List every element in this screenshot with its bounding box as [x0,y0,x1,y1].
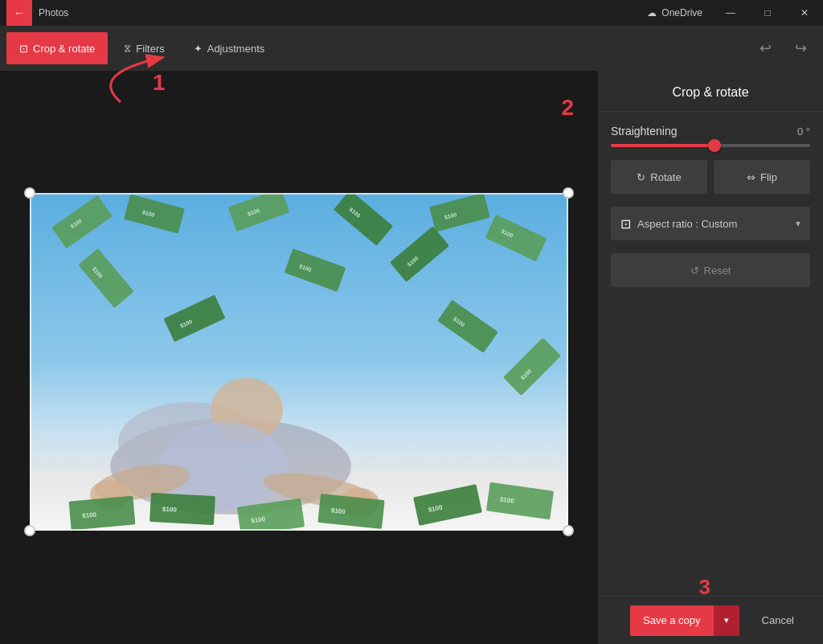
reset-button[interactable]: ↺ Reset [611,253,810,287]
svg-rect-36 [149,492,215,524]
straightening-section: Straightening 0 ° [611,125,810,147]
titlebar-right: ☁ OneDrive — □ ✕ [637,0,823,26]
crop-handle-bottom-left[interactable] [24,525,35,536]
bottom-bar: 3 Save a copy ▾ Cancel [598,596,823,644]
flip-button[interactable]: ⇔ Flip [714,160,810,194]
right-panel: Crop & rotate Straightening 0 ° ↻ Rotate [598,71,823,644]
reset-label: Reset [704,265,731,277]
maximize-button[interactable]: □ [749,0,786,26]
crop-rotate-icon: ⊡ [19,43,28,55]
filters-button[interactable]: ⧖ Filters [111,32,177,64]
section-label: Straightening 0 ° [611,125,810,137]
canvas-area: 2 [0,71,598,644]
adjustments-button[interactable]: ✦ Adjustments [181,32,278,64]
reset-icon: ↺ [690,265,699,277]
cloud-icon: ☁ [647,7,657,18]
save-copy-button[interactable]: Save a copy [630,605,714,636]
crop-container[interactable]: $100 $100 $100 $100 $100 [30,193,568,531]
crop-rotate-label: Crop & rotate [33,43,95,55]
crop-handle-top-left[interactable] [24,187,35,199]
straightening-label: Straightening [611,125,678,137]
crop-handle-bottom-right[interactable] [563,525,574,536]
flip-label: Flip [760,171,777,183]
toolbar: 1 ⊡ Crop & rotate ⧖ Filters ✦ Adjustment… [0,26,823,71]
onedrive-label: OneDrive [661,7,702,18]
aspect-ratio-row[interactable]: ⊡ Aspect ratio : Custom ▾ [611,207,810,240]
panel-title: Crop & rotate [598,71,823,112]
annotation-2: 2 [561,95,574,121]
crop-handle-top-right[interactable] [563,187,574,199]
adjustments-label: Adjustments [207,43,265,55]
minimize-button[interactable]: — [712,0,749,26]
straightening-value: 0 ° [797,125,810,137]
window-controls: — □ ✕ [712,0,823,26]
app-title: Photos [39,7,68,18]
svg-text:$100: $100 [82,511,97,519]
crop-image: $100 $100 $100 $100 $100 [30,193,568,531]
scene-svg: $100 $100 $100 $100 $100 [30,193,568,531]
rotate-flip-row: ↻ Rotate ⇔ Flip [611,160,810,194]
undo-button[interactable]: ↩ [749,32,781,64]
svg-rect-34 [69,495,136,530]
aspect-ratio-icon: ⊡ [620,216,631,232]
titlebar-left: ← Photos [6,0,68,26]
main: 2 [0,71,823,644]
svg-text:$100: $100 [331,507,346,515]
titlebar: ← Photos ☁ OneDrive — □ ✕ [0,0,823,26]
onedrive-area: ☁ OneDrive [637,7,712,18]
straightening-slider[interactable] [611,144,810,147]
rotate-label: Rotate [650,171,681,183]
rotate-button[interactable]: ↻ Rotate [611,160,707,194]
flip-icon: ⇔ [747,171,755,183]
panel-content: Straightening 0 ° ↻ Rotate ⇔ Flip [598,112,823,596]
filters-icon: ⧖ [124,42,131,55]
image-inner: $100 $100 $100 $100 $100 [30,193,568,531]
slider-thumb[interactable] [708,139,721,152]
cancel-button[interactable]: Cancel [749,605,807,636]
rotate-icon: ↻ [637,171,645,183]
save-dropdown-button[interactable]: ▾ [714,605,739,636]
chevron-down-icon: ▾ [796,218,800,229]
redo-button[interactable]: ↪ [784,32,817,64]
slider-fill [611,144,714,147]
svg-text:$100: $100 [162,505,178,513]
adjustments-icon: ✦ [194,43,203,55]
close-button[interactable]: ✕ [786,0,823,26]
back-button[interactable]: ← [6,0,32,26]
crop-rotate-button[interactable]: ⊡ Crop & rotate [6,32,108,64]
filters-label: Filters [136,43,164,55]
aspect-ratio-text: Aspect ratio : Custom [637,218,789,230]
